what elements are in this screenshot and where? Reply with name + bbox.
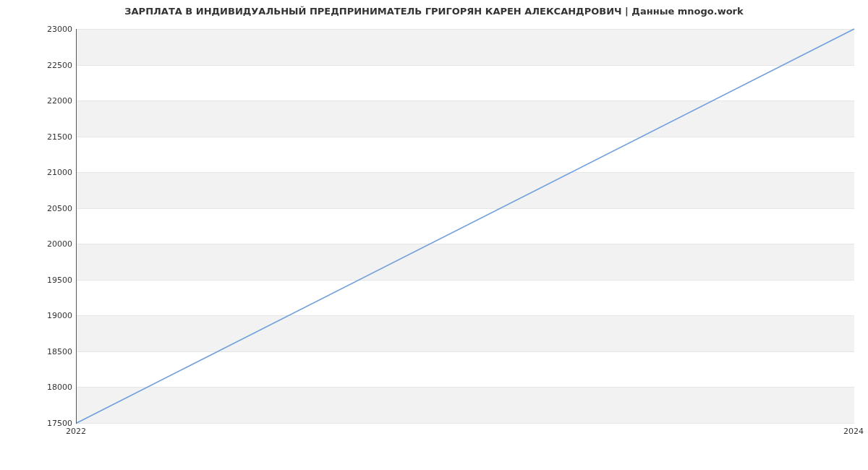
y-tick-label: 21500 xyxy=(7,132,72,141)
y-tick-label: 21000 xyxy=(7,168,72,177)
plot-area xyxy=(76,29,854,424)
x-tick-label: 2024 xyxy=(843,427,864,436)
y-tick-label: 22500 xyxy=(7,60,72,69)
line-chart: ЗАРПЛАТА В ИНДИВИДУАЛЬНЫЙ ПРЕДПРИНИМАТЕЛ… xyxy=(0,0,868,470)
data-line xyxy=(77,29,854,423)
y-tick-label: 22000 xyxy=(7,96,72,106)
y-tick-label: 20500 xyxy=(7,203,72,213)
y-tick-label: 18500 xyxy=(7,346,72,356)
chart-title: ЗАРПЛАТА В ИНДИВИДУАЛЬНЫЙ ПРЕДПРИНИМАТЕЛ… xyxy=(0,6,868,17)
y-tick-label: 23000 xyxy=(7,25,72,34)
y-tick-label: 17500 xyxy=(7,419,72,428)
y-tick-label: 18000 xyxy=(7,383,72,392)
y-tick-label: 20000 xyxy=(7,239,72,249)
x-tick-label: 2022 xyxy=(66,427,86,436)
y-tick-label: 19500 xyxy=(7,275,72,284)
y-tick-label: 19000 xyxy=(7,311,72,320)
